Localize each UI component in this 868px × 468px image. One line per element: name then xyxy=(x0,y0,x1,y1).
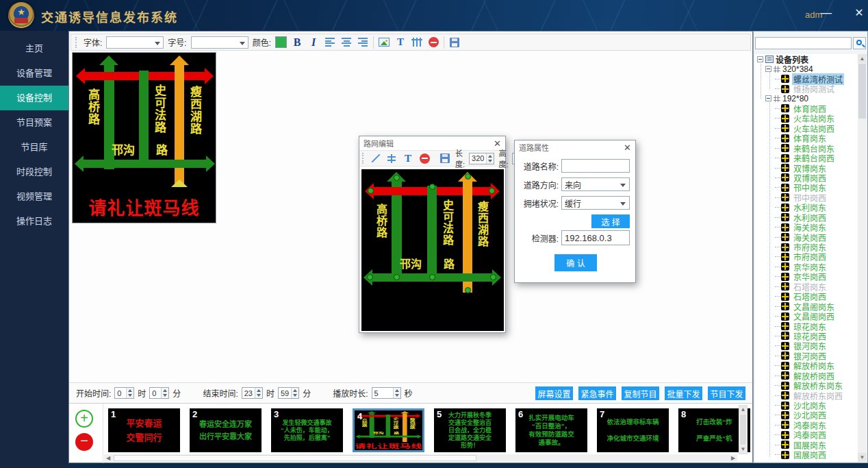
align-left-button[interactable] xyxy=(324,36,336,49)
edit-handle[interactable] xyxy=(489,188,495,194)
program-thumbnail-8[interactable]: 8 打击改装“炸严查严处“机 xyxy=(678,408,750,452)
batch-send-button[interactable]: 批量下发 xyxy=(665,386,702,400)
edit-handle[interactable] xyxy=(368,188,374,194)
length-spinner[interactable]: 320 xyxy=(469,153,494,164)
sidebar-item[interactable]: 时段控制 xyxy=(0,160,68,184)
save-button[interactable] xyxy=(448,36,461,49)
minimize-button[interactable]: — xyxy=(819,5,834,21)
align-center-button[interactable] xyxy=(340,36,353,49)
end-hour-spinner[interactable]: 23 xyxy=(242,387,263,399)
tree-group-label: 320*384 xyxy=(782,64,813,74)
save-button[interactable] xyxy=(439,152,451,165)
screen-settings-button[interactable]: 屏幕设置 xyxy=(535,386,573,400)
device-tree-scrollbar[interactable]: ▲ ▼ xyxy=(858,54,867,462)
spinner-arrows[interactable] xyxy=(126,388,133,398)
scroll-left-arrow[interactable]: ◀ xyxy=(104,454,112,462)
scrollbar-thumb[interactable] xyxy=(114,455,476,461)
device-search-input[interactable] xyxy=(755,37,852,49)
insert-image-button[interactable] xyxy=(378,36,390,49)
road-name-input[interactable] xyxy=(561,159,630,173)
dialog-title-bar[interactable]: 路网编辑 ✕ xyxy=(359,136,505,150)
delete-button[interactable] xyxy=(418,152,431,165)
program-thumbnail-3[interactable]: 3 发生轻微交通事故“人未伤，车能动，先拍照，后撤离” xyxy=(271,408,343,452)
program-thumbnail-7[interactable]: 7 依法治理非标车辆净化城市交通环境 xyxy=(597,408,669,452)
device-tree-root[interactable]: 设备列表 xyxy=(755,54,858,64)
collapse-icon[interactable] xyxy=(765,66,771,72)
remove-icon xyxy=(429,37,439,47)
led-preview-canvas[interactable]: 高桥路 史可法路 瘦西湖路 邗沟 路 请礼让斑马线 xyxy=(72,52,216,223)
collapse-icon[interactable] xyxy=(765,95,771,101)
remove-program-button[interactable]: − xyxy=(75,433,93,451)
delete-button[interactable] xyxy=(427,36,439,49)
program-thumbnail-1[interactable]: 1 平安春运交警同行 xyxy=(108,408,180,452)
edit-handle[interactable] xyxy=(429,184,435,190)
spinner-arrows[interactable] xyxy=(393,388,400,398)
align-right-button[interactable] xyxy=(357,36,369,49)
edit-handle[interactable] xyxy=(367,274,373,280)
text-tool-button[interactable]: T xyxy=(402,152,414,165)
edit-handle[interactable] xyxy=(465,173,471,180)
close-button[interactable]: ✕ xyxy=(852,5,867,21)
spinner-arrows[interactable] xyxy=(291,388,298,398)
start-minute-spinner[interactable]: 0 xyxy=(149,387,169,399)
scroll-right-arrow[interactable]: ▶ xyxy=(729,454,737,462)
scroll-up-arrow[interactable]: ▲ xyxy=(858,54,867,63)
sidebar-item[interactable]: 主页 xyxy=(0,36,68,61)
duration-spinner[interactable]: 5 xyxy=(372,387,401,399)
select-detector-button[interactable]: 选 择 xyxy=(591,214,630,228)
color-swatch[interactable] xyxy=(275,36,287,48)
program-thumbnail-6[interactable]: 6 扎实开展电动车“百日整治”，有效预防道路交通事故。 xyxy=(515,408,587,452)
edit-handle[interactable] xyxy=(394,274,400,280)
start-hour-spinner[interactable]: 0 xyxy=(114,387,134,399)
program-thumbnail-4-selected[interactable]: 4 高桥路 史可法路 瘦西湖路 邗沟 路 请礼让斑马线 xyxy=(353,408,424,452)
spinner-arrows[interactable] xyxy=(255,388,262,398)
draw-line-button[interactable] xyxy=(369,152,381,165)
add-program-button[interactable]: + xyxy=(75,410,93,428)
sidebar-item[interactable]: 设备管理 xyxy=(0,61,68,86)
collapse-icon[interactable] xyxy=(757,56,763,62)
detector-input[interactable]: 192.168.0.3 xyxy=(561,230,630,245)
font-size-select[interactable] xyxy=(191,36,248,49)
copy-program-button[interactable]: 复制节目 xyxy=(622,386,659,400)
program-thumbnail-2[interactable]: 2 春运安全连万家出行平安靠大家 xyxy=(190,408,261,452)
sidebar-item[interactable]: 操作日志 xyxy=(0,209,68,234)
bold-button[interactable]: B xyxy=(291,36,303,49)
congestion-select[interactable]: 缓行 xyxy=(561,196,630,210)
spinner-arrows[interactable] xyxy=(161,388,168,398)
scrollbar-thumb[interactable] xyxy=(858,64,866,119)
playlist-horizontal-scrollbar[interactable]: ◀ ▶ xyxy=(104,454,737,462)
font-select[interactable] xyxy=(106,36,164,49)
resolution-group-icon xyxy=(774,66,780,73)
end-minute-spinner[interactable]: 59 xyxy=(278,387,299,399)
traffic-light-icon xyxy=(781,193,789,201)
road-arrow-orange-right xyxy=(175,65,184,187)
road-network-canvas[interactable]: 高桥路 史可法路 瘦西湖路 邗沟 路 xyxy=(361,169,504,331)
device-list-icon xyxy=(765,56,774,63)
close-icon[interactable]: ✕ xyxy=(494,139,501,148)
sidebar-item[interactable]: 设备控制 xyxy=(0,86,68,110)
confirm-button[interactable]: 确 认 xyxy=(554,254,597,271)
crossroad-tool-button[interactable] xyxy=(385,152,398,165)
sidebar-item[interactable]: 视频管理 xyxy=(0,184,68,209)
edit-handle[interactable] xyxy=(490,274,496,280)
color-label: 颜色: xyxy=(253,36,271,48)
sidebar-item[interactable]: 节目库 xyxy=(0,135,68,160)
edit-handle[interactable] xyxy=(465,287,471,293)
italic-button[interactable]: I xyxy=(307,36,320,49)
edit-handle[interactable] xyxy=(394,175,400,181)
program-thumbnail-5[interactable]: 5 大力开展秋冬季交通安全整治百日会战，全力稳定道路交通安全形势！ xyxy=(434,408,506,452)
scroll-down-arrow[interactable]: ▼ xyxy=(858,453,867,462)
sidebar-item[interactable]: 节目预案 xyxy=(0,110,68,135)
text-tool-button[interactable]: T xyxy=(394,36,407,49)
emergency-event-button[interactable]: 紧急事件 xyxy=(578,386,616,400)
edit-handle[interactable] xyxy=(429,274,435,280)
close-icon[interactable]: ✕ xyxy=(624,143,631,152)
device-tree-item[interactable]: 维扬岗测试 xyxy=(755,84,858,93)
road-properties-dialog: 道路属性 ✕ 道路名称: 道路方向: 来向 拥堵状况: 缓行 选 择 检测器: … xyxy=(514,140,636,283)
dialog-title-bar[interactable]: 道路属性 ✕ xyxy=(515,140,635,154)
roadnet-tool-button[interactable] xyxy=(411,36,423,49)
program-send-button[interactable]: 节目下发 xyxy=(708,386,745,400)
device-tree-item[interactable]: 国展岗西 xyxy=(755,450,858,460)
device-search-button[interactable] xyxy=(853,37,866,49)
road-direction-select[interactable]: 来向 xyxy=(561,177,630,191)
